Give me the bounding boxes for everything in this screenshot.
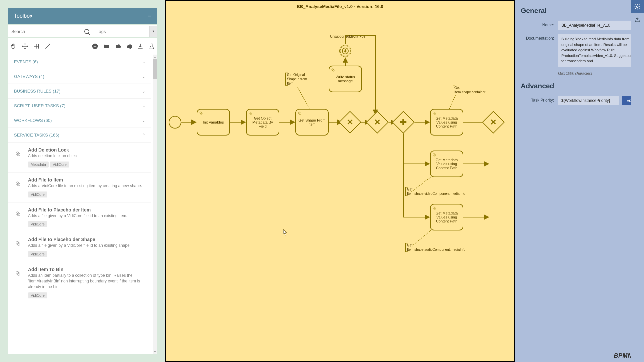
task-title: Add Item To Bin <box>28 267 145 272</box>
download-cloud-icon[interactable] <box>113 42 122 51</box>
task-tag: VidiCore <box>28 191 47 197</box>
task-tag: VidiCore <box>28 292 47 298</box>
name-label: Name: <box>521 21 558 30</box>
task-tag: VidiCore <box>28 251 47 257</box>
service-task-card[interactable]: Add File to Placeholder ItemAdds a file … <box>8 202 151 232</box>
import-icon[interactable] <box>136 42 145 51</box>
task-title: Add File to Placeholder Item <box>28 207 145 212</box>
svg-point-38 <box>434 154 436 156</box>
documentation-textarea[interactable] <box>558 34 638 67</box>
category-business-rules[interactable]: BUSINESS RULES (17)⌄ <box>8 84 151 99</box>
cursor-icon <box>283 229 287 235</box>
intermediate-event[interactable]: ⬍ <box>339 45 351 57</box>
exclusive-gateway[interactable] <box>339 111 361 134</box>
category-gateways[interactable]: GATEWAYS (4)⌄ <box>8 69 151 84</box>
parallel-gateway[interactable] <box>392 111 415 134</box>
category-workflows[interactable]: WORKFLOWS (60)⌄ <box>8 113 151 128</box>
task-desc: Adds deletion lock on object <box>28 153 145 159</box>
move-tool-icon[interactable] <box>21 42 29 51</box>
service-task-card[interactable]: Add Item To BinAdds an item partially to… <box>8 262 151 303</box>
task-title: Add Deletion Lock <box>28 147 145 153</box>
svg-point-27 <box>200 112 202 114</box>
diagram-canvas[interactable]: BB_AnalyseMediaFile_v1.0 - Version: 16.0… <box>165 0 515 362</box>
gear-icon <box>15 151 21 157</box>
svg-point-32 <box>299 113 301 115</box>
category-script-user-tasks[interactable]: SCRIPT, USER TASKS (7)⌄ <box>8 99 151 113</box>
service-task-icon <box>432 206 437 210</box>
service-task-card[interactable]: Add File to Placeholder ShapeAdds a file… <box>8 232 151 262</box>
chevron-down-icon[interactable]: ▼ <box>149 26 157 37</box>
scroll-down-icon[interactable]: ▼ <box>153 349 157 354</box>
task-write-status[interactable]: Write status message <box>329 66 362 92</box>
svg-point-41 <box>637 6 638 8</box>
hand-tool-icon[interactable] <box>9 42 18 51</box>
task-get-metadata-2[interactable]: Get Metadata Values using Content Path <box>430 151 463 177</box>
task-priority-input[interactable] <box>558 96 619 105</box>
start-event[interactable] <box>169 116 181 129</box>
scrollbar[interactable]: ▲ ▼ <box>153 55 157 354</box>
category-events[interactable]: EVENTS (6)⌄ <box>8 55 151 69</box>
task-get-shape[interactable]: Get Shape From Item <box>295 109 329 136</box>
categories-panel: EVENTS (6)⌄ GATEWAYS (4)⌄ BUSINESS RULES… <box>8 55 157 354</box>
task-get-object-metadata[interactable]: Get Object Metadata By Field <box>246 109 279 136</box>
annotation-2: Get: Item.shape.container <box>453 86 493 94</box>
exclusive-gateway-2[interactable] <box>366 111 389 134</box>
service-task-icon <box>432 153 437 157</box>
scroll-up-icon[interactable]: ▲ <box>153 55 157 59</box>
search-icon[interactable] <box>84 29 89 34</box>
category-service-tasks[interactable]: SERVICE TASKS (166)⌃ <box>8 128 151 142</box>
gear-icon <box>15 270 21 277</box>
right-side-strip <box>631 0 644 362</box>
service-task-icon <box>297 111 302 116</box>
add-icon[interactable] <box>91 42 99 51</box>
service-task-card[interactable]: Add Deletion LockAdds deletion lock on o… <box>8 142 151 172</box>
advanced-heading: Advanced <box>521 82 638 90</box>
svg-point-37 <box>433 154 435 156</box>
settings-button[interactable] <box>631 0 644 13</box>
general-heading: General <box>521 7 638 15</box>
save-cloud-icon[interactable] <box>125 42 133 51</box>
gear-icon <box>634 3 641 10</box>
svg-point-29 <box>249 112 251 114</box>
properties-panel: General Name: ✕ Documentation: Max 1000 … <box>515 0 644 362</box>
task-desc: Adds a file given by a VidiCore file id … <box>28 243 145 248</box>
annotation-3: Get: Item.shape.videoComponent.mediaInfo <box>405 187 472 196</box>
task-desc: Adds a file given by a VidiCore file id … <box>28 213 145 219</box>
toolbox-panel: Toolbox − Tags ▼ EVENTS (6)⌄ <box>0 0 165 362</box>
toolbox-title: Toolbox <box>14 13 32 19</box>
task-init-variables[interactable]: Init Variables <box>197 109 230 136</box>
align-tool-icon[interactable] <box>32 42 41 51</box>
minimize-icon[interactable]: − <box>147 13 151 19</box>
service-tasks-list: Add Deletion LockAdds deletion lock on o… <box>8 142 151 310</box>
search-box[interactable] <box>8 25 93 37</box>
event-label: UnsupportedMediaType <box>330 35 361 38</box>
chevron-down-icon: ⌄ <box>142 60 145 64</box>
service-task-icon <box>432 111 437 116</box>
connect-tool-icon[interactable] <box>43 42 52 51</box>
task-title: Add File to Item <box>28 177 145 182</box>
task-title: Add File to Placeholder Shape <box>28 237 145 242</box>
svg-point-31 <box>298 112 300 114</box>
search-input[interactable] <box>11 29 84 34</box>
scrollbar-thumb[interactable] <box>153 59 157 79</box>
task-get-metadata-1[interactable]: Get Metadata Values using Content Path <box>430 109 463 136</box>
name-input[interactable] <box>558 21 638 30</box>
flask-icon[interactable] <box>147 42 156 51</box>
svg-line-23 <box>298 87 309 109</box>
task-tag: Metadata <box>28 162 49 168</box>
max-chars-hint: Max 1000 characters <box>558 71 638 75</box>
folder-icon[interactable] <box>102 42 111 51</box>
chevron-down-icon: ⌄ <box>142 118 145 123</box>
tags-dropdown[interactable]: Tags ▼ <box>93 25 157 37</box>
chevron-up-icon: ⌃ <box>142 133 145 138</box>
gateway-partial[interactable] <box>482 111 505 134</box>
toolbar-icons <box>8 38 157 55</box>
task-desc: Adds a VidiCore file to an existing item… <box>28 183 145 189</box>
share-icon <box>634 17 640 23</box>
service-task-icon <box>199 111 203 116</box>
service-task-card[interactable]: Add File to ItemAdds a VidiCore file to … <box>8 172 151 202</box>
service-task-icon <box>248 111 253 116</box>
task-get-metadata-3[interactable]: Get Metadata Values using Content Path <box>430 204 463 230</box>
svg-line-24 <box>449 94 456 109</box>
export-button[interactable] <box>631 13 644 27</box>
